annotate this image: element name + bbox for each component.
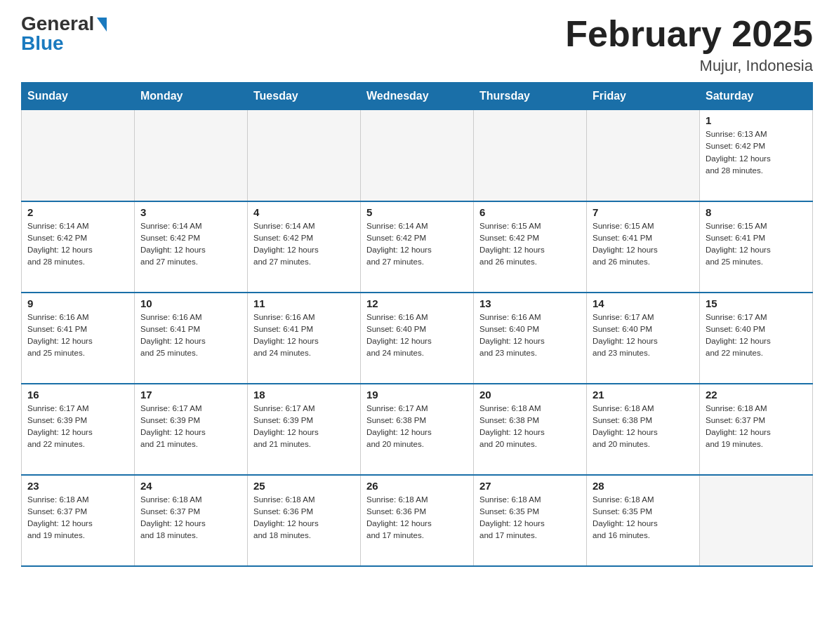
logo-blue: Blue: [21, 34, 64, 53]
day-info: Sunrise: 6:14 AMSunset: 6:42 PMDaylight:…: [366, 220, 468, 269]
calendar-week-4: 16Sunrise: 6:17 AMSunset: 6:39 PMDayligh…: [22, 384, 813, 475]
day-number: 11: [253, 297, 355, 309]
day-number: 24: [140, 480, 241, 492]
calendar-body: 1Sunrise: 6:13 AMSunset: 6:42 PMDaylight…: [22, 110, 813, 566]
day-number: 7: [593, 206, 694, 218]
day-number: 21: [593, 389, 694, 401]
calendar-cell: [135, 110, 248, 201]
calendar-cell: 24Sunrise: 6:18 AMSunset: 6:37 PMDayligh…: [135, 475, 248, 566]
calendar-header: SundayMondayTuesdayWednesdayThursdayFrid…: [22, 83, 813, 110]
day-number: 5: [366, 206, 468, 218]
day-info: Sunrise: 6:18 AMSunset: 6:35 PMDaylight:…: [593, 494, 694, 542]
day-info: Sunrise: 6:17 AMSunset: 6:39 PMDaylight:…: [27, 403, 128, 451]
calendar-cell: [248, 110, 361, 201]
day-info: Sunrise: 6:17 AMSunset: 6:40 PMDaylight:…: [706, 311, 807, 360]
day-info: Sunrise: 6:18 AMSunset: 6:36 PMDaylight:…: [253, 494, 355, 542]
day-info: Sunrise: 6:18 AMSunset: 6:36 PMDaylight:…: [366, 494, 468, 542]
header-cell-friday: Friday: [587, 83, 700, 110]
calendar-cell: 17Sunrise: 6:17 AMSunset: 6:39 PMDayligh…: [135, 384, 248, 475]
day-info: Sunrise: 6:15 AMSunset: 6:42 PMDaylight:…: [479, 220, 581, 269]
calendar-table: SundayMondayTuesdayWednesdayThursdayFrid…: [21, 82, 813, 567]
calendar-week-2: 2Sunrise: 6:14 AMSunset: 6:42 PMDaylight…: [22, 201, 813, 293]
page-header: General Blue February 2025 Mujur, Indone…: [21, 14, 813, 75]
day-info: Sunrise: 6:17 AMSunset: 6:39 PMDaylight:…: [140, 403, 241, 451]
day-info: Sunrise: 6:16 AMSunset: 6:40 PMDaylight:…: [366, 311, 468, 360]
day-number: 22: [706, 389, 807, 401]
calendar-title: February 2025: [565, 14, 813, 54]
calendar-cell: 28Sunrise: 6:18 AMSunset: 6:35 PMDayligh…: [587, 475, 700, 566]
day-number: 10: [140, 297, 241, 309]
calendar-cell: 14Sunrise: 6:17 AMSunset: 6:40 PMDayligh…: [587, 293, 700, 384]
calendar-cell: 3Sunrise: 6:14 AMSunset: 6:42 PMDaylight…: [135, 201, 248, 293]
calendar-cell: 15Sunrise: 6:17 AMSunset: 6:40 PMDayligh…: [700, 293, 813, 384]
day-number: 4: [253, 206, 355, 218]
day-number: 25: [253, 480, 355, 492]
calendar-cell: 23Sunrise: 6:18 AMSunset: 6:37 PMDayligh…: [22, 475, 135, 566]
day-number: 3: [140, 206, 241, 218]
header-cell-sunday: Sunday: [22, 83, 135, 110]
title-block: February 2025 Mujur, Indonesia: [565, 14, 813, 75]
day-number: 23: [27, 480, 128, 492]
calendar-cell: 22Sunrise: 6:18 AMSunset: 6:37 PMDayligh…: [700, 384, 813, 475]
header-cell-tuesday: Tuesday: [248, 83, 361, 110]
day-number: 1: [706, 114, 807, 126]
calendar-cell: 9Sunrise: 6:16 AMSunset: 6:41 PMDaylight…: [22, 293, 135, 384]
logo-general: General: [21, 14, 94, 34]
calendar-cell: 13Sunrise: 6:16 AMSunset: 6:40 PMDayligh…: [474, 293, 587, 384]
day-number: 14: [593, 297, 694, 309]
day-number: 16: [27, 389, 128, 401]
day-number: 8: [706, 206, 807, 218]
calendar-cell: [700, 475, 813, 566]
day-number: 18: [253, 389, 355, 401]
day-info: Sunrise: 6:18 AMSunset: 6:37 PMDaylight:…: [140, 494, 241, 542]
logo-triangle-icon: [97, 18, 107, 32]
header-row: SundayMondayTuesdayWednesdayThursdayFrid…: [22, 83, 813, 110]
day-info: Sunrise: 6:18 AMSunset: 6:38 PMDaylight:…: [593, 403, 694, 451]
logo: General Blue: [21, 14, 107, 53]
day-info: Sunrise: 6:18 AMSunset: 6:37 PMDaylight:…: [706, 403, 807, 451]
calendar-cell: 4Sunrise: 6:14 AMSunset: 6:42 PMDaylight…: [248, 201, 361, 293]
calendar-location: Mujur, Indonesia: [565, 57, 813, 75]
calendar-cell: 7Sunrise: 6:15 AMSunset: 6:41 PMDaylight…: [587, 201, 700, 293]
day-info: Sunrise: 6:17 AMSunset: 6:38 PMDaylight:…: [366, 403, 468, 451]
day-info: Sunrise: 6:18 AMSunset: 6:38 PMDaylight:…: [479, 403, 581, 451]
day-info: Sunrise: 6:16 AMSunset: 6:41 PMDaylight:…: [140, 311, 241, 360]
calendar-cell: 25Sunrise: 6:18 AMSunset: 6:36 PMDayligh…: [248, 475, 361, 566]
calendar-cell: 10Sunrise: 6:16 AMSunset: 6:41 PMDayligh…: [135, 293, 248, 384]
calendar-week-5: 23Sunrise: 6:18 AMSunset: 6:37 PMDayligh…: [22, 475, 813, 566]
calendar-cell: 8Sunrise: 6:15 AMSunset: 6:41 PMDaylight…: [700, 201, 813, 293]
day-number: 28: [593, 480, 694, 492]
header-cell-wednesday: Wednesday: [361, 83, 474, 110]
day-info: Sunrise: 6:18 AMSunset: 6:35 PMDaylight:…: [479, 494, 581, 542]
day-number: 19: [366, 389, 468, 401]
calendar-week-1: 1Sunrise: 6:13 AMSunset: 6:42 PMDaylight…: [22, 110, 813, 201]
day-info: Sunrise: 6:16 AMSunset: 6:40 PMDaylight:…: [479, 311, 581, 360]
day-info: Sunrise: 6:15 AMSunset: 6:41 PMDaylight:…: [593, 220, 694, 269]
day-number: 27: [479, 480, 581, 492]
calendar-week-3: 9Sunrise: 6:16 AMSunset: 6:41 PMDaylight…: [22, 293, 813, 384]
day-number: 9: [27, 297, 128, 309]
calendar-cell: 18Sunrise: 6:17 AMSunset: 6:39 PMDayligh…: [248, 384, 361, 475]
day-info: Sunrise: 6:14 AMSunset: 6:42 PMDaylight:…: [253, 220, 355, 269]
calendar-cell: 5Sunrise: 6:14 AMSunset: 6:42 PMDaylight…: [361, 201, 474, 293]
day-info: Sunrise: 6:13 AMSunset: 6:42 PMDaylight:…: [706, 128, 807, 177]
calendar-cell: 19Sunrise: 6:17 AMSunset: 6:38 PMDayligh…: [361, 384, 474, 475]
header-cell-thursday: Thursday: [474, 83, 587, 110]
day-info: Sunrise: 6:16 AMSunset: 6:41 PMDaylight:…: [253, 311, 355, 360]
day-number: 17: [140, 389, 241, 401]
calendar-cell: 2Sunrise: 6:14 AMSunset: 6:42 PMDaylight…: [22, 201, 135, 293]
day-number: 26: [366, 480, 468, 492]
day-number: 12: [366, 297, 468, 309]
calendar-cell: [22, 110, 135, 201]
day-number: 20: [479, 389, 581, 401]
header-cell-monday: Monday: [135, 83, 248, 110]
day-number: 13: [479, 297, 581, 309]
day-info: Sunrise: 6:14 AMSunset: 6:42 PMDaylight:…: [140, 220, 241, 269]
calendar-cell: 12Sunrise: 6:16 AMSunset: 6:40 PMDayligh…: [361, 293, 474, 384]
calendar-cell: 11Sunrise: 6:16 AMSunset: 6:41 PMDayligh…: [248, 293, 361, 384]
day-number: 6: [479, 206, 581, 218]
calendar-cell: 16Sunrise: 6:17 AMSunset: 6:39 PMDayligh…: [22, 384, 135, 475]
calendar-cell: 26Sunrise: 6:18 AMSunset: 6:36 PMDayligh…: [361, 475, 474, 566]
calendar-cell: 21Sunrise: 6:18 AMSunset: 6:38 PMDayligh…: [587, 384, 700, 475]
day-info: Sunrise: 6:14 AMSunset: 6:42 PMDaylight:…: [27, 220, 128, 269]
